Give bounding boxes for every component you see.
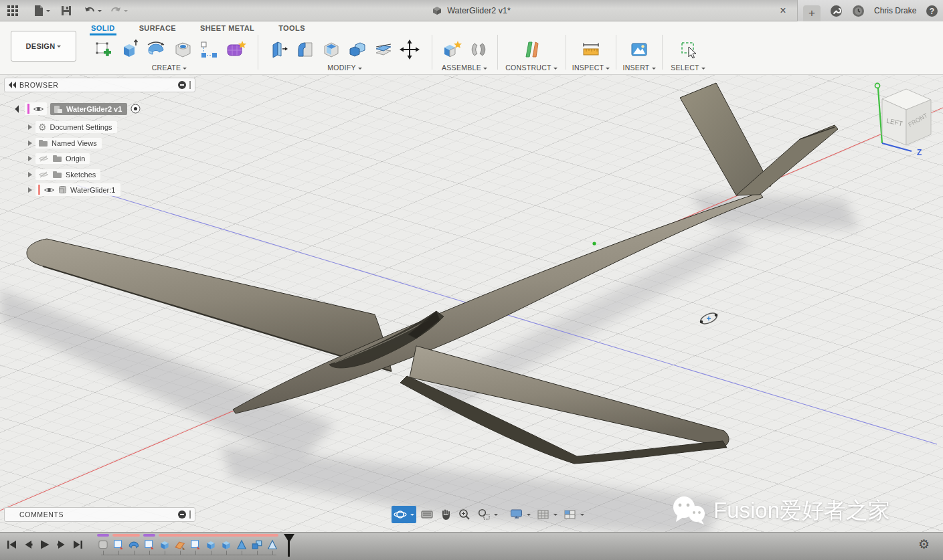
waterglider-model[interactable] [27,83,838,464]
model-viewport[interactable]: BROWSER WaterGlider2 v1 ⚙ Document Setti… [0,75,943,532]
browser-row-root[interactable]: WaterGlider2 v1 [16,102,141,116]
fillet-icon[interactable] [294,39,316,60]
z-axis-label: Z [917,148,922,157]
timeline-item-sketch[interactable] [189,539,201,551]
split-body-icon[interactable] [373,39,394,60]
user-name[interactable]: Chris Drake [874,6,916,15]
comments-panel[interactable]: COMMENTS [4,507,195,522]
hole-icon[interactable] [172,39,193,60]
chevron-right-icon[interactable] [28,187,32,193]
extrude-icon[interactable] [118,39,140,60]
modify-group-label[interactable]: MODIFY [258,64,431,72]
close-tab-icon[interactable]: × [776,3,790,18]
timeline-item-extrude[interactable] [205,539,217,551]
insert-image-icon[interactable] [628,39,650,60]
create-group-label[interactable]: CREATE [82,64,257,72]
timeline-settings-gear-icon[interactable]: ⚙ [918,537,930,552]
new-component-icon[interactable] [441,39,464,60]
chevron-right-icon[interactable] [28,156,32,161]
workspace-switcher[interactable]: DESIGN [11,31,76,62]
combine-icon[interactable] [347,39,368,60]
orbit-button[interactable] [392,506,416,523]
browser-row-named-views[interactable]: Named Views [28,136,102,150]
panel-options-icon[interactable] [178,81,186,89]
joint-icon[interactable] [468,39,489,60]
zoom-button[interactable] [456,506,473,523]
panel-resize-handle[interactable] [189,81,191,89]
create-form-icon[interactable] [224,39,247,60]
revolve-icon[interactable] [145,39,167,60]
browser-row-sketches[interactable]: Sketches [28,167,100,181]
timeline-item-combine[interactable] [251,539,263,551]
go-to-end-icon[interactable] [73,539,83,550]
inspect-group-label[interactable]: INSPECT [566,64,616,72]
tab-solid[interactable]: SOLID [90,22,116,35]
look-at-button[interactable] [418,506,436,523]
help-icon[interactable]: ? [926,3,938,19]
timeline-item-sketch[interactable] [112,539,124,551]
play-icon[interactable] [40,539,50,550]
undo-icon[interactable] [84,3,102,19]
timeline-item-loft[interactable] [266,539,278,551]
display-settings-button[interactable] [508,506,533,523]
redo-icon[interactable] [110,3,128,19]
tab-surface[interactable]: SURFACE [138,22,177,35]
panel-resize-handle[interactable] [189,510,191,519]
pan-button[interactable] [438,506,454,523]
group-separator [662,35,663,70]
visibility-off-icon[interactable] [38,155,49,163]
browser-row-origin[interactable]: Origin [28,151,90,165]
view-cube[interactable]: Z LEFT FRONT [862,80,942,164]
go-to-start-icon[interactable] [7,539,17,550]
timeline-playhead[interactable] [282,533,296,559]
browser-header[interactable]: BROWSER [4,78,195,92]
construction-plane-icon[interactable] [520,39,543,60]
step-back-icon[interactable] [24,539,33,550]
step-forward-icon[interactable] [57,539,66,550]
construct-group-label[interactable]: CONSTRUCT [498,64,565,72]
visibility-eye-icon[interactable] [33,105,44,113]
collapse-panel-icon[interactable] [9,82,17,88]
app-grid-icon[interactable] [7,3,19,19]
assemble-group-label[interactable]: ASSEMBLE [432,64,497,72]
active-document-node[interactable]: WaterGlider2 v1 [50,103,127,115]
browser-row-waterglider-component[interactable]: WaterGlider:1 [28,183,120,197]
scene-3d[interactable] [0,75,943,532]
chevron-right-icon[interactable] [28,141,32,146]
timeline-item-loft[interactable] [236,539,248,551]
grid-settings-button[interactable] [535,506,560,523]
viewports-button[interactable] [562,506,586,523]
chevron-right-icon[interactable] [28,172,32,177]
timeline-item-extrude[interactable] [159,539,171,551]
chevron-right-icon[interactable] [28,124,32,130]
sketch-point[interactable] [592,242,596,245]
tab-sheet-metal[interactable]: SHEET METAL [199,22,256,35]
notification-clock-icon[interactable] [852,3,865,19]
create-sketch-icon[interactable] [92,39,114,60]
browser-row-document-settings[interactable]: ⚙ Document Settings [28,120,117,134]
job-status-icon[interactable] [830,3,843,19]
visibility-eye-icon[interactable] [44,186,55,194]
pattern-icon[interactable] [198,39,220,60]
tab-tools[interactable]: TOOLS [277,22,307,35]
select-group-label[interactable]: SELECT [663,64,713,72]
timeline-item-component[interactable] [97,539,109,551]
visibility-off-icon[interactable] [38,171,49,179]
timeline-item-sketch[interactable] [143,539,155,551]
new-tab-icon[interactable]: + [803,5,821,21]
measure-icon[interactable] [580,39,602,60]
timeline-item-plane-sketch[interactable] [174,539,186,551]
zoom-window-button[interactable] [475,506,500,523]
timeline-item-extrude[interactable] [220,539,232,551]
activate-radio-icon[interactable] [131,104,141,114]
watermark: Fusion爱好者之家 [671,495,890,526]
insert-group-label[interactable]: INSERT [617,64,661,72]
file-menu-icon[interactable] [33,3,50,19]
timeline-item-revolve[interactable] [128,539,140,551]
shell-icon[interactable] [321,39,342,60]
move-icon[interactable] [399,39,420,60]
expand-triangle-icon[interactable] [15,105,22,112]
panel-options-icon[interactable] [178,510,186,519]
press-pull-icon[interactable] [270,39,290,60]
save-icon[interactable] [61,3,72,19]
